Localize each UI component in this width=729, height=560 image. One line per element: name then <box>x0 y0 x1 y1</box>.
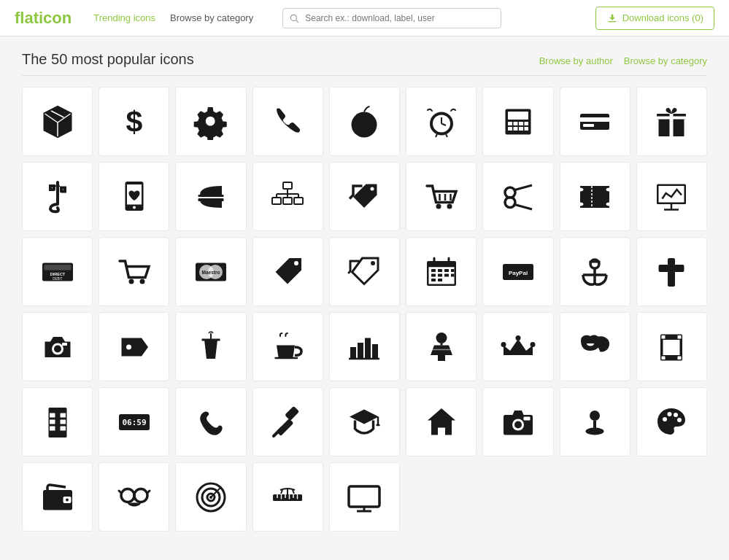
maestro-icon-cell[interactable]: Maestro <box>175 237 246 306</box>
tags-icon-cell[interactable] <box>329 162 400 231</box>
svg-rect-123 <box>277 418 294 435</box>
digital-clock-icon-cell[interactable]: 06:59 <box>99 387 169 456</box>
svg-rect-120 <box>60 426 66 430</box>
svg-rect-31 <box>283 182 292 189</box>
svg-rect-119 <box>60 419 66 424</box>
browse-by-category-link[interactable]: Browse by category <box>624 55 707 66</box>
svg-point-106 <box>530 342 535 347</box>
direct-debit-icon-cell[interactable]: DIRECTDEBIT <box>22 237 93 306</box>
ruler-icon-cell[interactable] <box>252 462 323 532</box>
svg-rect-89 <box>659 265 684 272</box>
usb-icon-cell[interactable] <box>22 162 93 231</box>
ruler-icon <box>269 479 306 516</box>
gift-icon-cell[interactable] <box>636 87 707 156</box>
svg-text:$: $ <box>126 105 142 139</box>
main-content: The 50 most popular icons Browse by auth… <box>0 36 729 560</box>
search-input[interactable] <box>282 8 501 28</box>
page-title: The 50 most popular icons <box>22 51 194 68</box>
home-icon <box>423 404 460 440</box>
burger-icon-cell[interactable] <box>175 162 246 231</box>
gavel-icon-cell[interactable] <box>252 387 323 456</box>
film2-icon-cell[interactable] <box>22 387 93 456</box>
svg-rect-81 <box>438 279 442 281</box>
gingerbread-icon-cell[interactable] <box>406 312 477 381</box>
svg-rect-97 <box>350 347 356 359</box>
cross-icon-cell[interactable] <box>636 237 707 306</box>
svg-rect-17 <box>524 127 528 131</box>
scissors-icon-cell[interactable] <box>482 162 553 231</box>
graduation-icon-cell[interactable] <box>329 387 400 456</box>
svg-point-65 <box>294 261 298 265</box>
browse-by-author-link[interactable]: Browse by author <box>539 55 613 66</box>
svg-rect-92 <box>62 343 67 346</box>
svg-point-28 <box>133 206 136 209</box>
header-right: Download icons (0) <box>595 7 714 30</box>
monitor-icon <box>346 479 382 516</box>
svg-point-107 <box>515 335 520 341</box>
camera-icon-cell[interactable] <box>22 312 93 381</box>
coffee-icon-cell[interactable] <box>252 312 323 381</box>
mobile-heart-icon-cell[interactable] <box>99 162 169 231</box>
label-icon <box>116 329 153 365</box>
calculator-phone-icon-cell[interactable] <box>482 87 553 156</box>
fruit-icon-cell[interactable] <box>329 87 400 156</box>
svg-rect-131 <box>523 416 530 420</box>
masks-icon-cell[interactable] <box>560 312 630 381</box>
anchor-icon-cell[interactable] <box>560 237 630 306</box>
bar-chart-icon-cell[interactable] <box>329 312 400 381</box>
svg-rect-109 <box>663 340 680 355</box>
alarm-clock-icon-cell[interactable] <box>406 87 477 156</box>
download-button[interactable]: Download icons (0) <box>595 7 714 30</box>
header: flaticon Trending icons Browse by catego… <box>0 0 729 36</box>
phone-icon-cell[interactable] <box>252 87 323 156</box>
crown-icon-cell[interactable] <box>482 312 553 381</box>
shopping-cart-full-icon <box>423 179 460 215</box>
drink-icon <box>193 329 229 365</box>
nav-trending[interactable]: Trending icons <box>93 12 155 23</box>
svg-point-141 <box>66 498 69 501</box>
tags-icon <box>346 179 382 215</box>
drink-icon-cell[interactable] <box>175 312 246 381</box>
svg-text:DEBIT: DEBIT <box>53 277 63 281</box>
svg-rect-10 <box>508 122 512 125</box>
label-icon-cell[interactable] <box>99 312 169 381</box>
price-tag-icon-cell[interactable] <box>252 237 323 306</box>
svg-rect-79 <box>451 273 455 276</box>
fruit-icon <box>346 104 382 140</box>
dollar-icon-cell[interactable]: $ <box>99 87 169 156</box>
wallet-icon-cell[interactable] <box>22 462 93 532</box>
svg-line-48 <box>513 185 532 190</box>
page-header-links: Browse by author Browse by category <box>539 55 707 66</box>
bar-chart-icon <box>346 329 382 365</box>
hierarchy-icon-cell[interactable] <box>252 162 323 231</box>
svg-rect-39 <box>294 198 303 204</box>
presentation-icon-cell[interactable] <box>636 162 707 231</box>
dollar-icon: $ <box>116 104 153 140</box>
monitor-icon-cell[interactable] <box>329 462 400 532</box>
home-icon-cell[interactable] <box>406 387 477 456</box>
price-tag2-icon-cell[interactable] <box>329 237 400 306</box>
shopping-cart-icon-cell[interactable] <box>99 237 169 306</box>
logo[interactable]: flaticon <box>15 9 72 28</box>
svg-rect-124 <box>285 405 299 420</box>
calendar-icon-cell[interactable] <box>406 237 477 306</box>
phone2-icon-cell[interactable] <box>175 387 246 456</box>
film-icon-cell[interactable] <box>636 312 707 381</box>
credit-card-icon-cell[interactable] <box>560 87 630 156</box>
shopping-cart-full-icon-cell[interactable] <box>406 162 477 231</box>
nav-browse-category[interactable]: Browse by category <box>170 12 253 23</box>
glasses-icon-cell[interactable] <box>99 462 169 532</box>
palette-icon-cell[interactable] <box>636 387 707 456</box>
svg-point-60 <box>139 279 144 284</box>
ticket-icon-cell[interactable] <box>560 162 630 231</box>
paypal-icon-cell[interactable]: PayPal <box>482 237 553 306</box>
svg-point-132 <box>590 411 600 421</box>
camera2-icon-cell[interactable] <box>482 387 553 456</box>
box-icon-cell[interactable] <box>22 87 93 156</box>
svg-point-41 <box>436 203 441 209</box>
wallet-icon <box>39 479 76 516</box>
gear-icon-cell[interactable] <box>175 87 246 156</box>
joystick-icon-cell[interactable] <box>560 387 630 456</box>
box-icon <box>39 104 76 140</box>
radar-icon-cell[interactable] <box>175 462 246 532</box>
